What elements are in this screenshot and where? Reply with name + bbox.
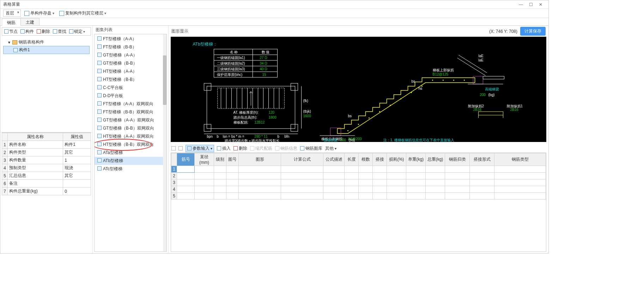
svg-text:bs: bs <box>348 114 352 118</box>
save-single-button[interactable]: 单构件存盘▾ <box>23 10 56 17</box>
atlas-item[interactable]: HT型楼梯（A-A）双网双向 <box>95 132 166 141</box>
arrow-right-icon[interactable] <box>178 146 183 150</box>
props-row: 5汇总信息其它 <box>2 172 91 180</box>
col-diameter[interactable]: 直径(mm) <box>195 153 214 166</box>
tree-root[interactable]: ▾ 钢筋表格构件 <box>3 38 90 46</box>
node-button[interactable]: 节点 <box>4 29 18 35</box>
search-icon <box>53 29 57 34</box>
graph-canvas[interactable]: ATb型楼梯： 名 称 数 值 一级钢筋锚固(la1) 27 D 二级钢筋锚 <box>171 37 546 142</box>
atlas-item[interactable]: HT型楼梯（A-A） <box>95 67 166 76</box>
atlas-item[interactable]: GT型楼梯（B-B） <box>95 59 166 67</box>
svg-text:保护层厚度(bhc): 保护层厚度(bhc) <box>217 73 243 77</box>
col-lap[interactable]: 搭接 <box>373 153 387 166</box>
col-category[interactable]: 钢筋归类 <box>445 153 470 166</box>
scrollbar-thumb[interactable] <box>163 55 166 105</box>
copy-to-floors-button[interactable]: 复制构件到其它楼层▾ <box>58 10 108 17</box>
svg-text:低端梯梁: 低端梯梁 <box>323 138 338 142</box>
svg-text:名  称: 名 称 <box>230 50 238 54</box>
atlas-item[interactable]: GT型楼梯（A-A）双网双向 <box>95 116 166 124</box>
svg-text:bs: bs <box>412 79 415 83</box>
grid-row: 1 <box>171 166 546 173</box>
col-fig-no[interactable]: 图号 <box>226 153 239 166</box>
atlas-item[interactable]: FT型楼梯（B-B） <box>95 43 166 51</box>
svg-text:踏步段总高(th):: 踏步段总高(th): <box>233 115 257 119</box>
col-formula-desc[interactable]: 公式描述 <box>323 153 345 166</box>
col-lap-type[interactable]: 搭接形式 <box>470 153 494 166</box>
col-length[interactable]: 长度 <box>345 153 359 166</box>
properties-table: 属性名称属性值 1构件名称构件1 2构件类型其它 3构件数量1 4预制类型现浇 … <box>2 133 91 195</box>
svg-point-64 <box>453 80 454 81</box>
atlas-item[interactable]: FT型楼梯（A-A） <box>95 35 166 43</box>
grid-row: 3 <box>171 179 546 186</box>
tab-rebar[interactable]: 钢筋 <box>2 18 21 26</box>
col-formula[interactable]: 计算公式 <box>281 153 323 166</box>
atlas-item[interactable]: ATa型楼梯 <box>95 149 166 157</box>
col-shape[interactable]: 图形 <box>239 153 281 166</box>
atlas-item[interactable]: C-C平台板 <box>95 84 166 92</box>
close-button[interactable]: ✕ <box>536 2 546 7</box>
param-input-button[interactable]: 参数输入▾ <box>186 145 214 152</box>
atlas-item[interactable]: GT型楼梯（B-B）双网双向 <box>95 124 166 132</box>
col-grade[interactable]: 级别 <box>214 153 226 166</box>
lock-button[interactable]: 锁定▾ <box>69 29 85 35</box>
rebar-grid[interactable]: 筋号 直径(mm) 级别 图号 图形 计算公式 公式描述 长度 根数 搭接 损耗… <box>171 153 546 200</box>
atlas-item[interactable]: FT型楼梯（A-A）双网双向 <box>95 100 166 108</box>
svg-point-54 <box>347 130 348 131</box>
svg-text:三级钢筋锚固(la3): 三级钢筋锚固(la3) <box>217 67 245 71</box>
scrollbar[interactable] <box>163 34 166 251</box>
lock-icon <box>69 29 73 34</box>
svg-text:27 D: 27 D <box>260 56 267 60</box>
svg-text:15: 15 <box>262 73 267 77</box>
svg-text:注：1. 楼梯板钢筋信息也可在下表中直接输入: 注：1. 楼梯板钢筋信息也可在下表中直接输入 <box>383 138 454 142</box>
atlas-item[interactable]: HT型楼梯（B-B）双网双向 <box>95 141 166 149</box>
svg-rect-20 <box>291 124 298 131</box>
atlas-item-selected[interactable]: ATb型楼梯 <box>95 157 166 165</box>
scale-button: 缩尺配筋 <box>250 145 272 152</box>
col-loss[interactable]: 损耗(%) <box>387 153 406 166</box>
svg-text:二级钢筋锚固(la2): 二级钢筋锚固(la2) <box>217 61 245 65</box>
rebar-lib-button[interactable]: 钢筋图库 <box>300 145 322 152</box>
atlas-item[interactable]: HT型楼梯（B-B） <box>95 76 166 84</box>
delete-button[interactable]: 删除 <box>37 29 50 35</box>
col-rebar-type[interactable]: 钢筋类型 <box>494 153 546 166</box>
floor-dropdown[interactable]: 首层 <box>3 10 21 17</box>
col-total-weight[interactable]: 总重(kg) <box>426 153 445 166</box>
collapse-icon[interactable]: ▾ <box>7 40 11 45</box>
props-header-name: 属性名称 <box>8 133 63 141</box>
svg-rect-17 <box>204 83 211 90</box>
atlas-item[interactable]: GT型楼梯（A-A） <box>95 51 166 59</box>
component-button[interactable]: 构件 <box>20 29 34 35</box>
minimize-button[interactable]: — <box>516 2 526 7</box>
other-button[interactable]: 其他▾ <box>325 145 336 152</box>
delete-row-button[interactable]: 删除 <box>233 145 247 152</box>
svg-text:laE: laE <box>479 58 484 62</box>
svg-text:梯板配筋:: 梯板配筋: <box>233 120 249 124</box>
props-row: 4预制类型现浇 <box>2 164 91 172</box>
props-row: 6备注 <box>2 180 91 188</box>
folder-icon <box>12 40 17 44</box>
atlas-item[interactable]: ATc型楼梯 <box>95 165 166 173</box>
atlas-item[interactable]: D-D平台板 <box>95 92 166 100</box>
svg-text:1600: 1600 <box>303 114 311 118</box>
find-button[interactable]: 查找 <box>53 29 66 35</box>
svg-text:bfn: bfn <box>285 135 290 138</box>
calculate-save-button[interactable]: 计算保存 <box>520 27 546 36</box>
arrow-left-icon[interactable] <box>171 146 176 150</box>
grid-row: 5 <box>171 193 546 200</box>
svg-text:AT. 梯板厚度(h):: AT. 梯板厚度(h): <box>233 111 259 114</box>
svg-text:b: b <box>217 135 219 138</box>
tab-civil[interactable]: 土建 <box>20 18 40 25</box>
col-unit-weight[interactable]: 单重(kg) <box>406 153 426 166</box>
col-rebar-no[interactable]: 筋号 <box>177 153 195 166</box>
save-icon <box>24 11 29 16</box>
atlas-list[interactable]: FT型楼梯（A-A） FT型楼梯（B-B） GT型楼梯（A-A） GT型楼梯（B… <box>94 34 167 252</box>
svg-text:laE: laE <box>479 54 484 58</box>
col-count[interactable]: 根数 <box>359 153 373 166</box>
tree-item-component1[interactable]: 构件1 <box>3 46 90 54</box>
svg-text:b: b <box>278 135 280 138</box>
svg-text:280 * 11: 280 * 11 <box>255 135 268 138</box>
insert-button[interactable]: 插入 <box>217 145 231 152</box>
atlas-item[interactable]: FT型楼梯（B-B）双网双向 <box>95 108 166 116</box>
svg-point-65 <box>464 80 465 81</box>
maximize-button[interactable]: ☐ <box>526 2 536 7</box>
